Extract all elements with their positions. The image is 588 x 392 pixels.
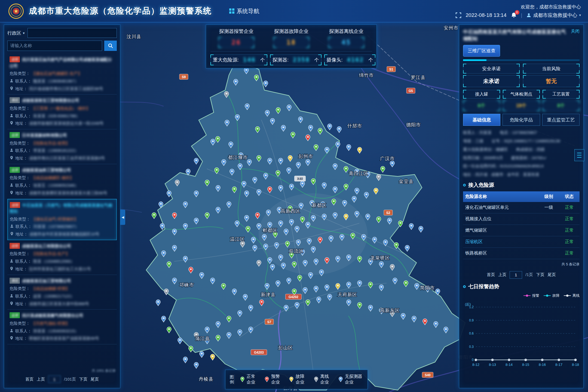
accent-underline bbox=[463, 59, 580, 61]
company-name: 成都某某珠宝工贸有限责任公司 bbox=[22, 98, 79, 103]
stat-value: 18 bbox=[273, 37, 309, 48]
page-input[interactable]: 1 bbox=[48, 375, 61, 383]
app-logo-icon bbox=[8, 3, 24, 19]
map-city-label: 高新东区 bbox=[380, 308, 400, 313]
page-last[interactable]: 尾页 bbox=[548, 272, 556, 277]
svg-text:S40: S40 bbox=[425, 373, 431, 377]
search-icon bbox=[108, 43, 113, 48]
detail-tab[interactable]: 危险化学品 bbox=[503, 114, 540, 126]
company-list-item[interactable]: 监测日丰某某新材料有限公司危险类型：【危险化学品-使用】联系人：李某某（1390… bbox=[7, 129, 117, 164]
notification-bell[interactable]: 0 bbox=[511, 12, 517, 18]
hazard-status: 正常 bbox=[559, 225, 580, 236]
company-list-item[interactable]: 监测成都某某油库工贸有限公司危险类型：【成品油储罐区-储存】联系人：张某五（13… bbox=[7, 164, 117, 199]
map-city-label: 新津县 bbox=[261, 292, 275, 297]
status-badge: 监测 bbox=[10, 132, 20, 138]
contact-label: 联系人： bbox=[15, 258, 32, 264]
hazard-table-row[interactable]: 视频接入点位正常 bbox=[463, 213, 580, 225]
company-list-item[interactable]: 监测四川某成都某某燃气有限责任公司危险类型：【天然气场站-经营】联系人：孙某某（… bbox=[7, 310, 117, 344]
map-city-label: 都江堰市 bbox=[228, 155, 248, 160]
svg-text:0: 0 bbox=[472, 358, 474, 362]
welcome-text: 欢迎您，成都市应急救援中心 bbox=[521, 4, 581, 10]
legend-item-label: 预警企业 bbox=[271, 374, 283, 385]
chevron-down-icon: ▾ bbox=[579, 13, 581, 17]
company-list-panel: 行政区 ▾ 超期四川某某石油天然气产品有限公司成都某某储配分公司危险类型：【液化… bbox=[4, 24, 120, 388]
detail-tab[interactable]: 基础信息 bbox=[463, 114, 500, 126]
info-line: 统一社会信用代码：91510100MA62K4R81X bbox=[463, 162, 580, 170]
page-prev[interactable]: 上页 bbox=[37, 377, 45, 382]
map-city-label: 绵竹市 bbox=[359, 73, 374, 78]
hazard-type-value: 【成品油储罐区-储存】 bbox=[32, 175, 74, 181]
hazard-type-label: 危险类型： bbox=[10, 216, 30, 222]
hazard-type-label: 危险类型： bbox=[10, 71, 30, 76]
info-line: 重大危险源类别：储罐区 构成级别：四级 bbox=[463, 145, 580, 154]
map-city-label: 丹棱县 bbox=[199, 376, 213, 382]
search-button[interactable] bbox=[104, 41, 117, 51]
3d-plant-tour-button[interactable]: 三维厂区巡查 bbox=[463, 45, 500, 57]
legend-item-label: 正常企业 bbox=[247, 374, 259, 385]
svg-text:8-12: 8-12 bbox=[472, 363, 479, 367]
stat-box: 探测器报警企业26 bbox=[210, 28, 262, 48]
company-list-item[interactable]: 超期四川某某石油天然气产品有限公司成都某某储配分公司危险类型：【液化石油气储罐区… bbox=[7, 54, 117, 94]
stat-value: 45 bbox=[328, 37, 364, 48]
chart-legend-item[interactable]: 故障 bbox=[544, 293, 559, 298]
company-name: 四川某成都某某燃气有限责任公司 bbox=[22, 313, 83, 318]
district-filter[interactable]: 行政区 ▾ bbox=[7, 30, 25, 36]
close-detail-button[interactable]: 关闭 bbox=[571, 29, 580, 34]
legend-item: 离线企业 bbox=[314, 374, 332, 385]
page-next[interactable]: 下页 bbox=[536, 272, 544, 277]
road-badge: S1 bbox=[387, 66, 396, 72]
company-list-item[interactable]: 超期成都某某化工有限责任公司危险类型：【危险化学品-生产】联系人：陈某（1334… bbox=[7, 240, 117, 275]
svg-text:8-15: 8-15 bbox=[522, 363, 529, 367]
fullscreen-icon[interactable] bbox=[455, 12, 461, 18]
hazard-total-count: 共 5 条记录 bbox=[463, 262, 580, 267]
location-icon bbox=[10, 267, 14, 271]
hazard-status: 正常 bbox=[559, 236, 580, 247]
road-badge: G4202 bbox=[286, 294, 302, 299]
org-dropdown[interactable]: 成都市应急救援中心 ▾ bbox=[526, 12, 581, 19]
org-name: 成都市应急救援中心 bbox=[533, 12, 577, 19]
current-risk-box: 当前风险暂无 bbox=[523, 64, 580, 87]
left-panel-collapse-handle[interactable]: ◀ bbox=[120, 210, 125, 225]
hazard-name: 液化石油气储罐区单元 bbox=[463, 202, 538, 213]
system-nav-button[interactable]: 系统导航 bbox=[229, 7, 259, 15]
legend-item: 正常企业 bbox=[240, 374, 259, 385]
map-city-label: 金堂县 bbox=[399, 179, 414, 184]
company-list-item[interactable]: 离线成都某某珠宝工贸有限责任公司危险类型：【工贸类（一般危化品）-储存】联系人：… bbox=[7, 94, 117, 129]
map-city-label: 罗江县 bbox=[411, 75, 425, 80]
hazard-level bbox=[538, 247, 559, 259]
district-select-box[interactable] bbox=[27, 28, 117, 38]
page-last[interactable]: 尾页 bbox=[91, 377, 99, 382]
page-input[interactable]: 1 bbox=[510, 271, 522, 279]
hazard-pagination: 首页上页1/1页下页尾页 bbox=[463, 270, 580, 280]
detail-stat-box: 接入罐6个 bbox=[463, 90, 500, 111]
detail-tab[interactable]: 重点监管工艺 bbox=[542, 114, 580, 126]
map-legend-panel: 图例 正常企业预警企业故障企业离线企业无探测器企业 bbox=[225, 370, 368, 389]
hazard-table-row[interactable]: 压缩机区正常 bbox=[463, 236, 580, 247]
page-prev[interactable]: 上页 bbox=[498, 272, 506, 277]
trend-chart-svg: (起)00.30.60.91.28-128-138-148-158-168-17… bbox=[463, 301, 579, 368]
hazard-type-value: 【液化石油气储罐区-生产】 bbox=[32, 71, 82, 76]
svg-text:8-18: 8-18 bbox=[572, 363, 579, 367]
company-name: 四川某某石油天然气产品有限公司成都某某储配分公司 bbox=[10, 57, 112, 68]
chart-legend-item[interactable]: 离线 bbox=[564, 293, 580, 298]
hazard-name: 视频接入点位 bbox=[463, 213, 538, 225]
search-input[interactable] bbox=[7, 41, 102, 51]
page-first[interactable]: 首页 bbox=[487, 272, 495, 277]
hazard-table-row[interactable]: 铁路栈桥区正常 bbox=[463, 247, 580, 259]
road-badge: S40 bbox=[422, 372, 433, 378]
chart-series-name: 报警 bbox=[532, 293, 539, 298]
section-dot-icon bbox=[463, 285, 466, 288]
page-next[interactable]: 下页 bbox=[79, 377, 87, 382]
hazard-type-label: 危险类型： bbox=[10, 320, 30, 326]
company-list-item[interactable]: 超期中石油某某（天然气）有限公司成都某某液化气储配站危险类型：【液化石油气-经营… bbox=[7, 199, 117, 240]
detail-list-toggle-button[interactable] bbox=[574, 149, 584, 161]
hazard-name: 压缩机区 bbox=[463, 236, 538, 247]
legend-item: 无探测器企业 bbox=[338, 374, 363, 385]
hazard-table-row[interactable]: 液化石油气储罐区单元一级正常 bbox=[463, 202, 580, 213]
user-icon bbox=[526, 13, 531, 17]
company-list-item[interactable]: 离线成都某某石油工贸有限公司危险类型：【成品油储罐-经营】联系人：赵某（1308… bbox=[7, 275, 117, 310]
hazard-table-row[interactable]: 燃气储罐区正常 bbox=[463, 225, 580, 236]
chart-legend-item[interactable]: 报警 bbox=[523, 293, 539, 298]
page-first[interactable]: 首页 bbox=[25, 377, 33, 382]
hazard-level bbox=[538, 213, 559, 225]
